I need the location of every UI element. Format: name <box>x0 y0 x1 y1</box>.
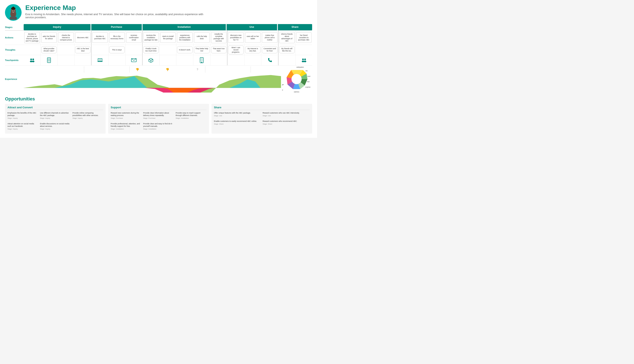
thought-col-12: That wasn't too hard. <box>210 45 227 55</box>
svg-point-33 <box>292 74 302 84</box>
thought-col-5 <box>91 45 108 55</box>
thought-col-7 <box>125 45 142 55</box>
touchpoint-col-2 <box>40 55 58 65</box>
svg-point-13 <box>32 60 34 62</box>
thought-6: This is easy! <box>109 46 125 53</box>
thought-col-3 <box>57 45 74 55</box>
svg-rect-27 <box>201 58 202 61</box>
action-7: receives confirmation email <box>126 32 142 43</box>
thought-col-13: Wow! I can record programs. <box>227 45 244 55</box>
thought-col-10: It doesn't work. <box>176 45 193 55</box>
opp-share-items: Offer unique features with the ABC packa… <box>214 112 310 126</box>
touchpoint-col-9 <box>160 55 176 65</box>
action-col-6: fills in the necessary forms <box>108 31 125 44</box>
thought-14: My internet is very fast. <box>245 46 261 53</box>
svg-point-8 <box>14 11 14 11</box>
stage-installation: Installation <box>142 24 226 30</box>
svg-point-30 <box>304 58 306 60</box>
thought-col-17 <box>295 45 312 55</box>
action-col-8: receives the installation package too la… <box>142 31 160 44</box>
svg-point-26 <box>202 62 202 63</box>
opp-attract-title: Attract and Convert <box>8 106 103 110</box>
opp-support-title: Support <box>110 106 206 110</box>
thought-col-4: ABC is the best deal <box>74 45 91 55</box>
chart-area: 👎 👎 ? <box>24 66 281 92</box>
stages-label: Stages <box>5 24 24 30</box>
experience-chart <box>24 72 281 92</box>
thought-col-16: My friends will like this too. <box>278 45 295 55</box>
action-col-9: starts to install the package <box>160 31 176 44</box>
touchpoint-col-4 <box>74 55 91 65</box>
action-col-14: uses wifi on her tablet <box>244 31 261 44</box>
page-title: Experience Map <box>25 4 212 12</box>
svg-rect-18 <box>98 59 102 61</box>
action-col-10: experiences problems with the installati… <box>176 31 193 44</box>
svg-text:sadness: sadness <box>294 91 300 92</box>
thought-col-6: This is easy! <box>108 45 125 55</box>
avatar <box>5 4 22 21</box>
experience-map: Stages Inquiry Purchase Installation Use… <box>5 24 312 92</box>
thoughts-row: Thoughts What provider should I take? AB… <box>5 45 312 55</box>
stage-share: Share <box>278 24 312 30</box>
opp-item-5: Enable discussions on social media about… <box>40 122 70 130</box>
opp-support-2: Provide clear information about delivery… <box>143 112 174 119</box>
thought-15: Convenient and for free! <box>262 46 278 53</box>
opp-share-4: Reward customers who recommend ABC. Stag… <box>262 120 310 125</box>
stage-purchase: Purchase <box>91 24 142 30</box>
thought-12: That wasn't too hard. <box>211 46 226 53</box>
action-13: discovers new possibilities on her TV <box>228 32 244 43</box>
thought-col-2: What provider should I take? <box>40 45 58 55</box>
touchpoint-col-1 <box>24 55 40 65</box>
action-col-16: informs friends about advantages of ABC <box>278 31 295 44</box>
thought-11: They better help me! <box>194 46 210 53</box>
actions-label: Actions <box>5 31 24 44</box>
opp-share-1: Offer unique features with the ABC packa… <box>214 112 261 117</box>
touchpoint-col-13 <box>227 55 244 65</box>
opp-support-3: Provide easy to reach support through di… <box>176 112 206 119</box>
actions-row: Actions decides to purchase an internet,… <box>5 31 312 45</box>
action-4: discovers ABC <box>75 32 91 43</box>
action-2: asks her friends for advice <box>41 32 57 43</box>
svg-text:surprise: surprise <box>305 86 310 88</box>
touchpoint-col-15 <box>261 55 278 65</box>
experience-row: Experience 👎 👎 ? <box>5 66 312 92</box>
touchpoints-row: Touchpoints <box>5 55 312 66</box>
opp-attract: Attract and Convert Emphasize the benefi… <box>5 104 106 134</box>
touchpoint-col-14 <box>244 55 261 65</box>
page-subtitle: Eva is moving to Amsterdam. She needs ph… <box>25 13 212 19</box>
opportunities-sections: Attract and Convert Emphasize the benefi… <box>5 104 312 134</box>
opp-share: Share Offer unique features with the ABC… <box>212 104 312 134</box>
action-col-5: decides to purchase ABC <box>91 31 108 44</box>
thought-8: Finally! It took too much time <box>143 46 159 53</box>
opp-item-1: Emphasize the benefits of the ABC packag… <box>8 112 38 119</box>
action-10: experiences problems with the installati… <box>177 32 192 43</box>
opportunities-section: Opportunities Attract and Convert Emphas… <box>5 96 312 134</box>
action-col-7: receives confirmation email <box>125 31 142 44</box>
action-col-17: her friend considers to purchase ABC <box>295 31 312 44</box>
svg-point-31 <box>304 60 306 62</box>
opp-share-3: Enable customers to easily recommend ABC… <box>214 120 261 125</box>
thoughts-label: Thoughts <box>5 45 24 55</box>
action-col-15: makes free phone call to mother <box>261 31 278 44</box>
emotion-wheel: anticipation joy trust fear surprise sad… <box>281 66 312 92</box>
svg-text:anger: anger <box>282 84 284 86</box>
opp-support: Support Reward new customers during the … <box>108 104 209 134</box>
action-3: checks the internet to compare prices <box>58 32 74 43</box>
stage-inquiry: Inquiry <box>24 24 90 30</box>
opp-share-2: Reward customers who use ABC intensively… <box>262 112 310 117</box>
thought-2: What provider should I take? <box>41 46 57 53</box>
action-14: uses wifi on her tablet <box>245 32 261 43</box>
action-17: her friend considers to purchase ABC <box>296 32 312 43</box>
action-col-1: decides to purchase an internet, phone a… <box>24 31 40 44</box>
action-6: fills in the necessary forms <box>109 32 125 43</box>
action-col-13: discovers new possibilities on her TV <box>227 31 244 44</box>
action-col-4: discovers ABC <box>74 31 91 44</box>
opp-support-5: Provide clear and easy to find do-it-you… <box>143 122 174 130</box>
opp-item-4: Attract attention on social media such a… <box>8 122 38 130</box>
opportunities-title: Opportunities <box>5 96 312 102</box>
action-col-11: calls the help desk <box>193 31 210 44</box>
touchpoints-content <box>24 55 312 65</box>
touchpoint-col-6 <box>108 55 125 65</box>
stages-content: Inquiry Purchase Installation Use Share <box>24 24 312 30</box>
opp-attract-items: Emphasize the benefits of the ABC packag… <box>8 112 103 132</box>
